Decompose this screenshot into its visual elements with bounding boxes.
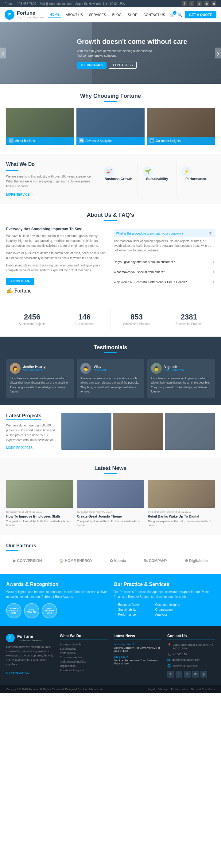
footer-sitemap-link[interactable]: Sitemap [158, 688, 168, 691]
service-link-1[interactable]: →Business Growth [114, 603, 141, 607]
footer-pinterest-icon[interactable]: p [184, 671, 191, 678]
project-img-3[interactable] [165, 413, 215, 450]
signature: ✍ Fortune [6, 287, 107, 294]
facebook-icon[interactable]: f [182, 1, 187, 6]
know-more-button[interactable]: KNOW MORE [6, 278, 34, 285]
header-icons: 🛒0 🔍 GET A QUOTE [170, 11, 216, 19]
top-bar-left: Phone: +123-456-7890 Mail@fortuneteam.co… [5, 2, 125, 5]
partner-3[interactable]: ✿ Vbenta [110, 556, 126, 566]
logo-subtitle: Your Trusted Business [17, 16, 45, 19]
footer-link-2[interactable]: Sustainability [60, 647, 107, 650]
partner-5[interactable]: ⚙ Digitalside [185, 556, 208, 566]
test-name-3: Vignesh [164, 365, 184, 369]
nav-home[interactable]: HOME [48, 11, 61, 18]
nav-blog[interactable]: BLOG [111, 12, 123, 18]
news-title-1[interactable]: How To Improve Employees Skills [6, 515, 73, 518]
partner-4[interactable]: B₃ COMPANY [144, 556, 167, 566]
test-city-1: San Francisco [23, 369, 46, 372]
footer-privacy-link[interactable]: Privacy policy [171, 688, 188, 691]
google-icon[interactable]: g [212, 1, 216, 6]
contact-us-button[interactable]: CONTACT US [109, 62, 137, 69]
wwd-item-3: ⚡ Performance [176, 162, 215, 196]
footer-google-icon[interactable]: g [200, 671, 207, 678]
footer-logo-name: Fortune [17, 634, 42, 639]
twitter-icon[interactable]: t [189, 1, 194, 6]
lp-title: Latest Projects [6, 413, 42, 420]
testimonials-button[interactable]: TESTIMONIALS [77, 62, 107, 69]
partner-2[interactable]: 🏠 HOME ENERGY [59, 556, 92, 566]
news-grid: By Super User June, 21 2017 How To Impro… [6, 480, 215, 528]
footer-twitter-icon[interactable]: t [175, 671, 182, 678]
footer-link-1[interactable]: Business Growth [60, 643, 107, 646]
faq-question-1[interactable]: What is the procedure to join with your … [114, 229, 215, 237]
faq-question-2[interactable]: Do you give any offer for premium custom… [114, 259, 215, 264]
service-link-4[interactable]: →Customer Insights [151, 603, 180, 607]
hero-content: Growth doesn't come without care With ov… [77, 37, 187, 69]
nav-about[interactable]: ABOUT US [64, 12, 84, 18]
hero-prev-arrow[interactable]: ❮ [0, 48, 6, 59]
search-icon[interactable]: 🔍 [177, 12, 182, 17]
nav-contact[interactable]: CONTACT US [142, 12, 166, 18]
practice-title: Our Practice & Services [114, 582, 215, 587]
service-link-6[interactable]: →Analytics [151, 613, 180, 616]
stat-label-4: Successful Projects [168, 322, 210, 326]
service-link-3[interactable]: →Performance [114, 613, 141, 616]
service-link-2[interactable]: →Sustainability [114, 608, 141, 611]
testimonial-card-3: 👨 Vignesh San Francisco It involves an e… [147, 359, 215, 398]
footer-linkedin-icon[interactable]: in [192, 671, 199, 678]
footer-facebook-icon[interactable]: f [167, 671, 174, 678]
more-projects-link[interactable]: MORE PROJECTS→ [6, 446, 36, 450]
news-title-2[interactable]: Create Great Joomla Theme [77, 515, 144, 518]
news-text-1: The great explorer of the truth, the mas… [6, 519, 73, 528]
gallery-item-2[interactable]: 📊 Advanced Analytics [77, 108, 144, 145]
faq-question-3[interactable]: What makes you special from others? + [114, 270, 215, 274]
faq-item-3[interactable]: What makes you special from others? + [114, 267, 215, 277]
footer-legal-link[interactable]: Legal [148, 688, 155, 691]
gallery-icon-1: 🏢 [8, 138, 13, 143]
faq-item-2[interactable]: Do you give any offer for premium custom… [114, 257, 215, 267]
get-quote-button[interactable]: GET A QUOTE [185, 11, 216, 19]
footer-news-title-2[interactable]: Seminar For Improve Your Business Plans … [114, 659, 161, 665]
project-img-2[interactable] [113, 413, 163, 450]
testimonial-header-3: 👨 Vignesh San Francisco [151, 363, 211, 374]
pinterest-icon[interactable]: p [197, 1, 202, 6]
linkedin-icon[interactable]: in [204, 1, 209, 6]
stat-number-4: 2381 [168, 313, 210, 321]
footer-terms-link[interactable]: Terms & Conditions [191, 688, 215, 691]
footer-what-we-do-col: What We Do Business Growth Sustainabilit… [60, 634, 107, 678]
news-item-3: By Super User September, 11 2017 Retail … [148, 480, 215, 528]
faq-item-1[interactable]: What is the procedure to join with your … [114, 227, 215, 257]
top-bar: Phone: +123-456-7890 Mail@fortuneteam.co… [0, 0, 221, 7]
footer-more-link[interactable]: MORE ABOUT US → [6, 671, 32, 674]
gallery-item-3[interactable]: 👥 Customer Insights [147, 108, 215, 145]
gallery-row: 🏢 About Business 📊 Advanced Analytics 👥 … [6, 108, 215, 145]
cart-icon[interactable]: 🛒0 [170, 12, 175, 17]
partner-1[interactable]: ▶ CONVERSION [13, 556, 42, 566]
footer-link-5[interactable]: Performance Insights [60, 660, 107, 663]
footer-link-7[interactable]: Advanced Analytics [60, 669, 107, 672]
news-title-3[interactable]: Retail Banks Wake Up To Digital [148, 515, 215, 518]
gallery-item-1[interactable]: 🏢 About Business [6, 108, 74, 145]
hero-next-arrow[interactable]: ❯ [215, 48, 221, 59]
what-we-do-section: What We Do We are experts in this indust… [0, 154, 221, 204]
footer-contact-title: Contact Us [167, 634, 215, 640]
project-img-1[interactable] [61, 413, 111, 450]
gallery-label-1: 🏢 About Business [6, 137, 74, 145]
email-info: Mail@fortuneteam.com [40, 2, 72, 5]
award-badge-1: BIZNES AWARDS 2015 [6, 603, 22, 618]
nav-services[interactable]: SERVICES [88, 12, 107, 18]
cart-badge: 0 [173, 11, 176, 15]
faq-question-4[interactable]: Why Would a Successful Entrepreneur Hire… [114, 280, 215, 284]
footer-logo: F Fortune Your Trusted Business [6, 634, 54, 642]
footer-news-title-1[interactable]: Experts Concern For Save Money For Your … [114, 646, 161, 652]
about-subtitle: Everyday Has Something Important To Say! [6, 227, 107, 231]
footer-link-3[interactable]: Performance [60, 652, 107, 655]
nav-shop[interactable]: SHOP [127, 12, 138, 18]
footer-link-6[interactable]: Organisation [60, 664, 107, 668]
footer-link-4[interactable]: Customer Insights [60, 656, 107, 659]
email-icon: ✉ [167, 658, 170, 662]
service-link-5[interactable]: →Organisation [151, 608, 180, 611]
testimonial-header-2: 👨 Vijay New York [80, 363, 141, 374]
faq-item-4[interactable]: Why Would a Successful Entrepreneur Hire… [114, 277, 215, 287]
more-services-link[interactable]: MORE SERVICE → [6, 193, 33, 196]
